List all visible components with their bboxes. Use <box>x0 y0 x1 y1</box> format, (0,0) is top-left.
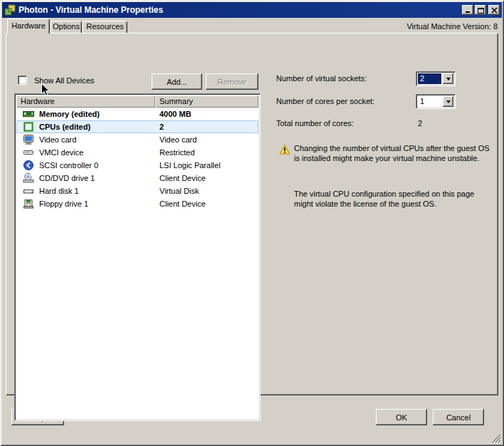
floppy-icon <box>23 198 34 209</box>
hardware-list-header: Hardware Summary <box>16 95 258 108</box>
minimize-icon <box>465 7 471 14</box>
device-summary: Video card <box>159 135 196 144</box>
device-summary: LSI Logic Parallel <box>159 161 221 170</box>
vm-properties-dialog: Photon - Virtual Machine Properties Virt… <box>0 0 504 446</box>
table-row[interactable]: SCSI controller 0LSI Logic Parallel <box>16 159 258 172</box>
window-title: Photon - Virtual Machine Properties <box>19 5 461 15</box>
maximize-button[interactable] <box>475 5 486 15</box>
hardware-tab-page: Show All Devices Add... Remove Hardware … <box>6 33 498 395</box>
device-name: CD/DVD drive 1 <box>39 174 95 182</box>
video-card-icon <box>23 134 34 145</box>
hard-disk-icon <box>23 185 34 197</box>
cancel-button[interactable]: Cancel <box>433 409 484 425</box>
mouse-cursor <box>41 83 50 98</box>
show-all-devices-checkbox[interactable] <box>18 76 27 85</box>
ok-button[interactable]: OK <box>376 409 427 425</box>
table-row[interactable]: Memory (edited)4000 MB <box>16 108 258 120</box>
device-name: Memory (edited) <box>39 110 100 118</box>
sockets-value: 2 <box>418 73 441 84</box>
vmware-app-icon <box>4 4 16 16</box>
device-summary: 2 <box>159 123 164 131</box>
hardware-list-rows: Memory (edited)4000 MBCPUs (edited)2Vide… <box>16 108 258 419</box>
minimize-button[interactable] <box>462 5 473 15</box>
device-name: Floppy drive 1 <box>39 199 88 208</box>
device-summary: 4000 MB <box>159 110 191 118</box>
tab-options[interactable]: Options <box>51 21 82 33</box>
scsi-controller-icon <box>23 160 34 171</box>
warning-icon <box>279 144 290 155</box>
cores-select[interactable]: 1 <box>416 94 456 109</box>
device-name: Hard disk 1 <box>39 187 79 195</box>
sockets-select[interactable]: 2 <box>416 71 456 86</box>
remove-device-button[interactable]: Remove <box>206 73 258 90</box>
memory-icon <box>23 108 34 120</box>
table-row[interactable]: CPUs (edited)2 <box>16 120 258 133</box>
table-row[interactable]: Floppy drive 1Client Device <box>16 197 258 210</box>
chevron-down-icon[interactable] <box>443 73 453 84</box>
add-device-button[interactable]: Add... <box>152 73 202 90</box>
sockets-label: Number of virtual sockets: <box>276 74 367 83</box>
device-name: CPUs (edited) <box>39 123 90 131</box>
table-row[interactable]: Video cardVideo card <box>16 133 258 146</box>
maximize-icon <box>478 7 484 14</box>
chevron-down-icon[interactable] <box>443 96 453 107</box>
column-header-hardware[interactable]: Hardware <box>16 95 155 108</box>
tab-hardware[interactable]: Hardware <box>7 19 50 33</box>
hardware-list[interactable]: Hardware Summary Memory (edited)4000 MBC… <box>14 93 261 421</box>
tab-resources[interactable]: Resources <box>83 21 127 33</box>
device-name: Video card <box>39 135 76 144</box>
column-header-summary[interactable]: Summary <box>155 95 258 108</box>
close-icon <box>491 7 498 14</box>
vmci-device-icon <box>23 147 34 158</box>
resize-grip[interactable] <box>491 433 501 443</box>
vm-version-label: Virtual Machine Version: 8 <box>406 22 498 31</box>
table-row[interactable]: CD/DVD drive 1Client Device <box>16 172 258 185</box>
cores-label: Number of cores per socket: <box>276 97 374 105</box>
device-name: VMCI device <box>39 148 83 157</box>
cpu-icon <box>23 121 34 133</box>
cores-value: 1 <box>418 96 441 107</box>
device-summary: Restricted <box>159 148 195 157</box>
titlebar[interactable]: Photon - Virtual Machine Properties <box>2 2 502 18</box>
table-row[interactable]: VMCI deviceRestricted <box>16 146 258 159</box>
cpu-warning-text: Changing the number of virtual CPUs afte… <box>294 143 495 163</box>
cpu-license-text: The virtual CPU configuration specified … <box>294 189 495 209</box>
device-summary: Client Device <box>159 199 206 208</box>
total-cores-value: 2 <box>418 119 422 128</box>
cd-dvd-icon <box>23 172 34 184</box>
close-button[interactable] <box>488 5 500 15</box>
total-cores-label: Total number of cores: <box>276 119 354 128</box>
device-summary: Virtual Disk <box>159 187 199 195</box>
table-row[interactable]: Hard disk 1Virtual Disk <box>16 185 258 197</box>
device-name: SCSI controller 0 <box>39 161 98 170</box>
device-summary: Client Device <box>159 174 206 182</box>
